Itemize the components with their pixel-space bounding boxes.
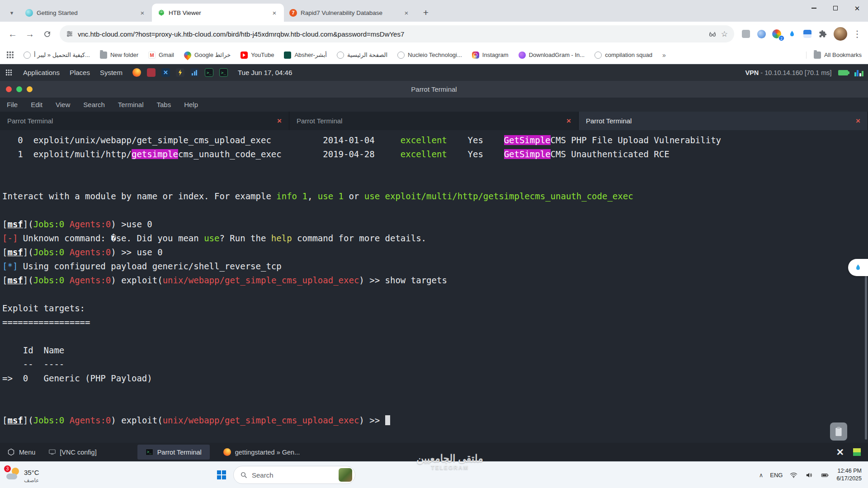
menu-tabs[interactable]: Tabs [157,101,171,108]
language-indicator[interactable]: ENG [770,472,783,479]
menu-view[interactable]: View [56,101,70,108]
extension-icon-a[interactable] [740,28,752,40]
menu-file[interactable]: File [7,101,18,108]
bookmark-item[interactable]: Google خرائط [184,52,231,59]
wifi-icon[interactable] [789,471,798,479]
taskbar-item-parrot-terminal[interactable]: >_ Parrot Terminal [137,445,210,460]
search-icon [240,471,248,479]
terminal-viewport[interactable]: 0 exploit/unix/webapp/get_simple_cms_upl… [0,130,868,443]
lightning-launcher-icon[interactable] [176,68,184,77]
maximize-button[interactable] [825,0,846,16]
tab-close-icon[interactable]: × [856,117,860,126]
drop-extension-icon[interactable] [786,28,798,40]
minimize-button[interactable] [803,0,825,16]
bookmark-star-icon[interactable]: ☆ [721,29,728,39]
reading-mode-glasses-icon[interactable] [708,30,717,38]
weather-widget[interactable]: 3 35°C عاصف [6,466,97,484]
search-highlight-image[interactable] [339,468,352,482]
bookmark-item[interactable]: كيفية التحميل « ليبر أ... [24,52,90,59]
bookmark-item[interactable]: New folder [100,52,138,59]
extension-icon-b[interactable] [802,28,813,40]
battery-icon[interactable] [820,471,830,479]
floating-clipboard-widget[interactable] [830,422,847,441]
browser-menu-kebab-icon[interactable]: ⋮ [851,28,863,39]
tab-search-chevron-icon[interactable]: ▾ [5,6,18,19]
terminal-tab-2[interactable]: Parrot Terminal × [289,112,579,130]
bookmark-item[interactable]: compilation squad [594,52,652,59]
red-app-launcher-icon[interactable] [147,68,156,77]
panel-clock[interactable]: Tue Jun 17, 04:46 [238,69,292,76]
weather-desc: عاصف [24,477,39,484]
terminal-titlebar[interactable]: Parrot Terminal [0,81,868,98]
bookmark-item[interactable]: DownloadGram - In... [519,52,585,59]
taskbar-search[interactable]: Search [233,466,355,484]
chart-launcher-icon[interactable] [190,68,199,77]
bookmark-item[interactable]: MGmail [148,52,174,59]
taskbar-clock[interactable]: 12:46 PM 6/17/2025 [836,467,862,483]
terminal-tab-1[interactable]: Parrot Terminal × [0,112,289,130]
tray-chevron-icon[interactable]: ∧ [759,472,764,479]
close-window-icon[interactable] [6,86,12,92]
tab-close-icon[interactable]: × [277,117,282,126]
site-info-tune-icon[interactable] [66,30,73,38]
extensions-puzzle-icon[interactable] [817,28,829,40]
terminal-launcher-icon-2[interactable]: >_ [219,68,228,77]
close-button[interactable]: ✕ [846,0,868,16]
scrollbar-thumb[interactable] [865,271,867,440]
terminal-scrollbar[interactable] [865,130,867,443]
applications-grid-icon[interactable] [5,68,13,77]
bookmark-item[interactable]: Absher-أبشر [284,52,327,59]
apps-grid-icon[interactable] [6,52,14,59]
tab-close-icon[interactable]: × [402,9,410,17]
terminal-launcher-icon[interactable]: >_ [205,68,213,77]
menu-search[interactable]: Search [83,101,105,108]
maximize-window-icon[interactable] [16,86,22,92]
network-graph-indicator-icon[interactable] [854,69,864,76]
terminal-line: Exploit targets: [2,301,868,315]
menu-terminal[interactable]: Terminal [118,101,144,108]
menu-edit[interactable]: Edit [31,101,42,108]
bookmark-item[interactable]: Nucleio Technologi... [397,52,462,59]
panel-menu-places[interactable]: Places [70,69,90,76]
bookmark-item[interactable]: YouTube [241,52,274,59]
profile-avatar[interactable] [834,27,847,41]
back-button[interactable]: ← [5,26,21,42]
bookmark-item[interactable]: الصفحة الرئيسية [337,52,387,59]
bookmark-label: compilation squad [605,52,652,58]
reload-button[interactable] [39,26,55,42]
battery-indicator-icon[interactable] [838,70,848,75]
blue-x-launcher-icon[interactable]: ✕ [161,68,170,77]
vnc-close-x-icon[interactable]: ✕ [836,447,844,457]
firefox-launcher-icon[interactable] [132,68,141,77]
terminal-output: 0 exploit/unix/webapp/get_simple_cms_upl… [2,133,868,427]
browser-tab-htb-viewer[interactable]: HTB Viewer × [152,4,284,22]
taskbar-item-firefox[interactable]: gettingstarted » Gen... [223,448,300,456]
bookmark-item[interactable]: Instagram [472,52,509,59]
browser-tab-rapid7[interactable]: 7 Rapid7 Vulnerability Database × [284,4,416,22]
globe-extension-icon[interactable] [755,28,767,40]
terminal-tab-3[interactable]: Parrot Terminal × [579,112,868,130]
start-button[interactable] [217,470,226,479]
system-tray: ∧ ENG 12:46 PM 6/17/2025 [759,467,862,483]
tab-close-icon[interactable]: × [270,9,278,17]
panel-menu-applications[interactable]: Applications [23,69,60,76]
extension-color-wheel-icon[interactable]: 2 [771,28,783,40]
url-text[interactable]: vnc.htb-cloud.com/?host=proxy-uk.htb-clo… [78,30,704,38]
tab-close-icon[interactable]: × [566,117,571,126]
browser-tab-getting-started[interactable]: Getting Started × [20,4,152,22]
address-bar[interactable]: vnc.htb-cloud.com/?host=proxy-uk.htb-clo… [60,25,734,42]
panel-menu-system[interactable]: System [100,69,123,76]
new-tab-button[interactable]: + [420,6,432,19]
all-bookmarks-button[interactable]: All Bookmarks [806,52,862,59]
notification-badge: 3 [4,465,11,472]
tab-close-icon[interactable]: × [138,9,146,17]
vnc-menu-button[interactable]: Menu [7,448,35,456]
vnc-config-button[interactable]: [VNC config] [49,449,96,456]
bookmarks-overflow-chevron[interactable]: » [662,52,665,59]
minimize-window-icon[interactable] [27,86,33,92]
floating-drop-widget[interactable] [848,259,868,276]
bookmark-label: DownloadGram - In... [529,52,585,58]
volume-icon[interactable] [805,471,813,479]
forward-button[interactable]: → [22,26,38,42]
menu-help[interactable]: Help [184,101,198,108]
